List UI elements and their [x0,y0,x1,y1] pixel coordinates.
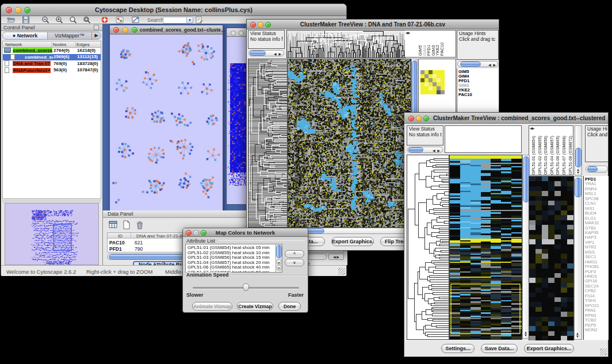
document-icon [10,54,15,60]
zoom-selected-icon[interactable] [83,16,91,24]
close-button[interactable] [231,30,236,36]
treeview-window-2: ClusterMaker TreeView : combined_scores_… [404,112,609,357]
dialog-title: Map Colors to Network [183,229,308,236]
zoom-heatmap-cell [429,82,433,86]
network-table-row[interactable]: DNA and Tran 07769(0)183728(0) [3,60,101,67]
zoom-heatmap-cell [420,78,424,82]
minimize-button[interactable] [416,116,422,121]
done-button[interactable]: Done [278,302,301,311]
create-vizmap-button[interactable]: Create Vizmap [237,302,273,311]
animate-vizmap-button[interactable]: Animate Vizmap [192,302,232,311]
zoom-button[interactable] [132,27,137,33]
resize-grip[interactable] [338,268,345,275]
scroll-down-icon[interactable]: ▼ [277,265,281,270]
minimize-button[interactable] [123,27,128,33]
scrollbar-thumb[interactable] [276,245,282,258]
attribute-list[interactable]: GPL51-01 (GSM854) heat shock 05 minGPL51… [185,244,282,273]
tv2-save-data-button[interactable]: Save Data... [481,344,518,353]
zoom-heatmap-cell [437,74,441,78]
speed-slider-thumb[interactable] [243,283,249,291]
zoom-fit-icon[interactable] [69,16,77,24]
attribute-select-icon[interactable] [109,220,118,229]
tv2-col-label: GPL51-08 (GSM872) [568,136,573,175]
treeview1-title-bar[interactable]: ClusterMaker TreeView : DNA and Tran 07-… [247,20,499,29]
network-overview-canvas[interactable] [5,204,98,265]
tv2-export-graphics-button[interactable]: Export Graphics... [524,344,574,353]
help-ring-icon[interactable] [101,16,109,24]
close-button[interactable] [408,116,414,121]
tab-vizmapper[interactable]: VizMapper™ [48,32,91,39]
save-icon[interactable] [22,16,30,24]
zoom-out-icon[interactable] [41,16,49,24]
zoom-heatmap-cell [433,86,437,90]
minimize-button[interactable] [239,30,244,36]
network-table-row[interactable]: combined_scores2764(0)16218(0) [3,47,101,53]
zoom-heatmap-cell [441,86,445,90]
zoom-in-icon[interactable] [55,16,63,24]
scroll-up-icon[interactable]: ▲ [277,259,281,265]
tv1-hints-scrollbar[interactable]: ◀ ▶ [457,61,498,67]
tab-network[interactable]: ● Network [3,32,48,39]
dialog-title-bar[interactable]: Map Colors to Network [183,228,308,237]
tv2-col-label: GPL51-03 (GSM856) [543,136,548,175]
control-panel-float-icon[interactable] [94,25,99,30]
search-input[interactable]: ▼ [163,17,193,24]
network-view-title-bar[interactable]: combined_scores_good.txt--cluste... [110,25,223,35]
zoom-button[interactable] [423,116,429,121]
zoom-heatmap-cell [437,82,441,86]
attribute-list-scrollbar[interactable]: ▲ ▼ [276,244,282,272]
zoom-heatmap-cell [433,74,437,78]
gene-label[interactable]: MON2 [585,327,598,332]
tv2-hints-scrollbar[interactable] [586,166,608,173]
annotation-icon[interactable] [195,16,203,24]
tv2-gene-list[interactable]: PFD1YRA1RNR4MSL1SPC98CLN1NIS1BUD4ELG1MAK… [583,176,609,340]
tv2-heatmap[interactable] [449,155,522,340]
status-welcome: Welcome to Cytoscape 2.6.2 [6,269,76,275]
close-button[interactable] [113,27,119,33]
zoom-heatmap-cell [441,74,445,78]
data-panel-scroll-arrows[interactable]: ◀ ▶ [328,254,344,260]
tv2-zoom-vscrollbar[interactable]: ▲▼ [574,176,582,340]
network-table-row[interactable]: RNAPuberNov2+563(0)107847(0) [3,67,101,74]
tv2-col-label: GPL51-04 (GSM857) [549,136,554,175]
network-overview-panel[interactable] [5,203,99,265]
zoom-heatmap-cell [433,82,437,86]
tv2-status-scrollbar[interactable]: ◀ ▶ [407,147,443,153]
zoom-heatmap-cell [424,78,429,82]
tv1-status-scrollbar[interactable]: ◀ ▶ [248,50,284,56]
label-scroll-arrows[interactable]: ◀▶ [530,127,534,130]
network-table-row[interactable]: combined_sco2569(6)13112(15) [3,54,101,60]
zoom-heatmap-cell [441,70,445,74]
tv1-row-dendrogram[interactable] [248,59,287,228]
tab-more-arrow[interactable]: ▶ [91,32,101,39]
plugin-icon[interactable] [116,16,124,24]
tv2-zoom-heatmap[interactable] [529,176,574,341]
tv2-labels-vscrollbar[interactable]: ▲▼ [575,125,582,175]
move-up-button[interactable]: ^ [285,250,304,258]
tv1-heatmap[interactable] [287,59,411,228]
open-icon[interactable] [7,16,15,24]
move-down-button[interactable]: v [285,259,304,266]
new-attribute-icon[interactable] [122,220,131,229]
treeview1-title: ClusterMaker TreeView : DNA and Tran 07-… [247,21,499,28]
label-scroll-arrows[interactable]: ◀▶ [406,31,410,35]
delete-attribute-icon[interactable] [135,220,144,229]
tv2-col-label: GPL51-02 (GSM855) [537,136,542,175]
main-title-bar[interactable]: Cytoscape Desktop (Session Name: collins… [1,4,346,16]
vizmapper-icon[interactable] [132,16,140,24]
gene-label[interactable]: PAC10 [458,92,472,97]
zoom-heatmap-cell [429,70,433,74]
control-panel-header: Control Panel [1,24,102,31]
tv1-column-dendrogram[interactable] [286,30,406,58]
tv2-row-dendrogram[interactable] [407,155,449,340]
tv1-export-graphics-button[interactable]: Export Graphics... [331,237,374,246]
animation-speed-label: Animation Speed [186,272,231,278]
tv2-settings-button[interactable]: Settings... [441,344,475,353]
attribute-group-line [219,240,305,241]
network-view-window[interactable]: combined_scores_good.txt--cluste... [109,25,223,210]
treeview2-title-bar[interactable]: ClusterMaker TreeView : combined_scores_… [404,113,608,124]
tv2-resize-grip[interactable] [600,348,607,355]
network-graph-canvas[interactable] [110,35,223,210]
tv2-usage-hints: Usage HiClick and [585,125,609,162]
search-dropdown-icon[interactable]: ▼ [186,17,193,23]
